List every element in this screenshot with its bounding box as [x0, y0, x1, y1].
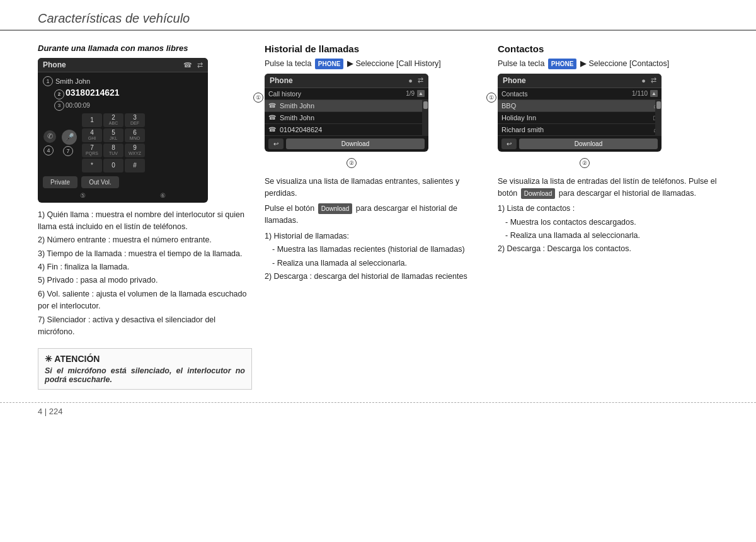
dl-badge-middle: Download — [318, 203, 352, 214]
middle-desc-area: Se visualiza una lista de llamadas entra… — [265, 176, 485, 283]
circle-1-middle: ① — [253, 93, 263, 103]
contact-name-1: BBQ — [501, 102, 651, 110]
right-list-1-label: 1) Lista de contactos : — [498, 203, 718, 215]
back-button-middle[interactable]: ↩ — [268, 138, 284, 149]
download-button-right[interactable]: Download — [519, 138, 658, 149]
middle-list-1-label: 1) Historial de llamadas: — [265, 230, 485, 242]
phone-signal-icon: ● — [408, 77, 413, 84]
ch-row-3[interactable]: ☎ 01042048624 — [265, 124, 428, 136]
left-descriptions: 1) Quién llama : muestra el nombre del i… — [38, 209, 252, 339]
key-5: 5JKL — [103, 128, 123, 142]
phone-label-middle: Phone — [270, 76, 293, 85]
phone-icons-right: ● ⇄ — [641, 76, 656, 84]
footer-page: 4 — [38, 407, 42, 416]
phone-transfer-icon: ⇄ — [418, 76, 423, 84]
phone-badge-right: PHONE — [548, 59, 577, 69]
phone-call-icon: ☎ — [183, 61, 192, 69]
ch-header-row: Call history 1/9 ▲ — [265, 88, 428, 100]
contact-name-3: Richard smith — [501, 126, 651, 133]
ch-call-icon-2: ☎ — [268, 114, 276, 121]
right-desc1-row: Se visualiza la lista de entradas del li… — [498, 176, 718, 200]
contact-row-3[interactable]: Richard smith ⌂ — [498, 124, 662, 136]
right-select: Seleccione [Contactos] — [588, 59, 669, 68]
phone-badge-middle: PHONE — [315, 59, 344, 69]
desc-1: 1) Quién llama : muestra el nombre del i… — [38, 209, 252, 234]
desc-5: 5) Privado : pasa al modo privado. — [38, 274, 252, 286]
left-section-title: Durante una llamada con manos libres — [38, 43, 252, 53]
phone-signal-icon-right: ● — [641, 77, 646, 84]
key-hash: # — [125, 159, 145, 172]
ch-name-2: Smith John — [280, 114, 425, 121]
phone-icons-middle: ● ⇄ — [408, 76, 423, 84]
right-arrow: ▶ — [580, 59, 587, 68]
middle-column: Historial de llamadas Pulse la tecla PHO… — [265, 43, 485, 390]
right-desc-area: Se visualiza la lista de entradas del li… — [498, 176, 718, 256]
phone-time-display: 300:00:09 — [38, 101, 208, 112]
key-8: 8TUV — [103, 144, 123, 157]
ch-row-2[interactable]: ☎ Smith John — [265, 112, 428, 124]
contacts-header-label: Contacts — [501, 90, 629, 98]
desc-3: 3) Tiempo de la llamada : muestra el tie… — [38, 248, 252, 260]
circle-1-right: ① — [486, 93, 496, 103]
desc-4: 4) Fin : finaliza la llamada. — [38, 261, 252, 273]
scrollbar-thumb-middle — [423, 101, 428, 109]
middle-inst-text: Pulse la tecla — [265, 59, 311, 68]
key-2: 2ABC — [103, 113, 123, 127]
phone-screen-middle-wrapper: ① Phone ● ⇄ Call history 1/9 ▲ — [265, 74, 428, 158]
circle-2-inline: 2 — [54, 89, 64, 99]
middle-list-1-sub2: - Realiza una llamada al seleccionarla. — [265, 257, 485, 269]
key-star: * — [82, 159, 102, 172]
right-section-title: Contactos — [498, 43, 718, 54]
middle-desc1: Se visualiza una lista de llamadas entra… — [265, 176, 485, 200]
desc-2: 2) Número entrante : muestra el número e… — [38, 234, 252, 246]
middle-select: Seleccione [Call History] — [355, 59, 440, 68]
phone-icons-left: ☎ ⇄ — [183, 61, 203, 69]
ch-rows-container: ☎ Smith John ☎ Smith John ☎ 01042048624 — [265, 100, 428, 136]
middle-section-title: Historial de llamadas — [265, 43, 485, 54]
ch-name-1: Smith John — [280, 102, 425, 110]
key-7: 7PQRS — [82, 144, 102, 157]
right-instructions: Pulse la tecla PHONE ▶ Seleccione [Conta… — [498, 58, 718, 70]
key-9: 9WXYZ — [125, 144, 145, 157]
middle-arrow: ▶ — [347, 59, 353, 68]
end-call-icon: ✆ — [47, 132, 53, 140]
phone-arrow-icon: ⇄ — [197, 61, 203, 69]
phone-screen-right-wrapper: ① Phone ● ⇄ Contacts 1/110 ▲ — [498, 74, 662, 158]
circle-7: 7 — [63, 146, 73, 156]
circle-2-right: ② — [580, 158, 590, 168]
contact-row-1[interactable]: BBQ ⌂ — [498, 100, 662, 112]
right-list-1-sub1: - Muestra los contactos descargados. — [498, 217, 718, 229]
desc-7: 7) Silenciador : activa y desactiva el s… — [38, 314, 252, 339]
phone-transfer-icon-right: ⇄ — [651, 76, 656, 84]
keypad-grid: 1 2ABC 3DEF 4GHI 5JKL 6MNO 7PQRS 8TUV 9W… — [82, 113, 145, 172]
contacts-counter: 1/110 — [632, 90, 648, 97]
page-footer: 4 | 224 — [0, 402, 756, 420]
middle-list-2-label: 2) Descarga : descarga del historial de … — [265, 271, 485, 283]
contact-row-2[interactable]: Holiday Inn □ — [498, 112, 662, 124]
ch-call-icon-1: ☎ — [268, 102, 276, 109]
scrollbar-thumb-right — [656, 101, 661, 109]
contacts-header-row: Contacts 1/110 ▲ — [498, 88, 662, 100]
phone-keypad-area: ✆ 4 🎤 7 1 2ABC 3DEF 4GHI — [38, 112, 208, 174]
contact-name-2: Holiday Inn — [501, 114, 651, 121]
key-4: 4GHI — [82, 128, 102, 142]
phone-title-bar-right: Phone ● ⇄ — [498, 74, 662, 88]
phone-body-left: 1 Smith John 203180214621 300:00:09 ✆ 4 — [38, 72, 208, 203]
key-1: 1 — [82, 113, 102, 127]
mute-icon: 🎤 — [65, 133, 74, 142]
key-3: 3DEF — [125, 113, 145, 127]
outvol-button[interactable]: Out Vol. — [81, 176, 119, 188]
phone-screen-right: Phone ● ⇄ Contacts 1/110 ▲ BBQ — [498, 74, 662, 152]
private-button[interactable]: Private — [43, 176, 77, 188]
circle-1: 1 — [43, 76, 53, 86]
phone-label-left: Phone — [43, 60, 66, 69]
back-button-right[interactable]: ↩ — [501, 138, 517, 149]
phone-number-display: 203180214621 — [38, 88, 208, 101]
contacts-rows-container: BBQ ⌂ Holiday Inn □ Richard smith ⌂ — [498, 100, 662, 136]
caller-name: Smith John — [55, 77, 90, 85]
right-list-1-sub2: - Realiza una llamada al seleccionarla. — [498, 230, 718, 242]
download-button-middle[interactable]: Download — [286, 138, 425, 149]
ch-header-label: Call history — [268, 90, 403, 98]
left-column: Durante una llamada con manos libres Pho… — [38, 43, 252, 390]
ch-row-1[interactable]: ☎ Smith John — [265, 100, 428, 112]
